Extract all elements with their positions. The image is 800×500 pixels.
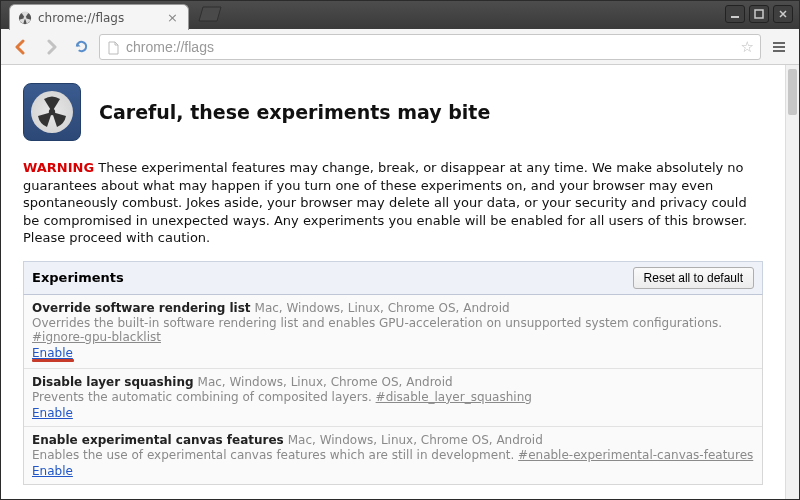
tab-close-icon[interactable]: × xyxy=(167,10,178,25)
nav-back-button[interactable] xyxy=(9,35,33,59)
window-maximize-button[interactable] xyxy=(749,5,769,23)
hamburger-menu-icon[interactable] xyxy=(767,35,791,59)
window-close-button[interactable] xyxy=(773,5,793,23)
experiment-title: Override software rendering list xyxy=(32,301,251,315)
svg-rect-5 xyxy=(773,46,785,48)
experiment-description: Overrides the built-in software renderin… xyxy=(32,316,754,344)
page-content-area: Careful, these experiments may bite WARN… xyxy=(1,65,799,499)
experiment-platforms: Mac, Windows, Linux, Chrome OS, Android xyxy=(288,433,543,447)
bookmark-star-icon[interactable]: ☆ xyxy=(741,38,754,56)
browser-toolbar: ☆ xyxy=(1,29,799,65)
window-minimize-button[interactable] xyxy=(725,5,745,23)
experiment-enable-link[interactable]: Enable xyxy=(32,464,73,478)
tab-title: chrome://flags xyxy=(38,11,161,25)
warning-paragraph: WARNING These experimental features may … xyxy=(23,159,763,247)
experiment-enable-link[interactable]: Enable xyxy=(32,346,73,360)
svg-rect-3 xyxy=(755,10,763,18)
experiment-item: Enable experimental canvas featuresMac, … xyxy=(24,427,762,484)
warning-label: WARNING xyxy=(23,160,94,175)
new-tab-button[interactable] xyxy=(195,3,223,27)
svg-rect-6 xyxy=(773,50,785,52)
svg-rect-4 xyxy=(773,42,785,44)
window-controls xyxy=(725,5,793,23)
reset-all-button[interactable]: Reset all to default xyxy=(633,267,754,289)
experiment-hash-link[interactable]: #enable-experimental-canvas-features xyxy=(518,448,753,462)
experiments-heading: Experiments xyxy=(32,270,633,285)
experiment-description: Enables the use of experimental canvas f… xyxy=(32,448,754,462)
address-bar[interactable]: ☆ xyxy=(99,34,761,60)
warning-badge xyxy=(23,83,81,141)
warning-text: These experimental features may change, … xyxy=(23,160,747,245)
radiation-icon xyxy=(35,95,69,129)
page-title: Careful, these experiments may bite xyxy=(99,101,490,123)
url-input[interactable] xyxy=(126,39,735,55)
experiment-platforms: Mac, Windows, Linux, Chrome OS, Android xyxy=(198,375,453,389)
experiment-enable-link[interactable]: Enable xyxy=(32,406,73,420)
experiments-list: Override software rendering listMac, Win… xyxy=(23,295,763,485)
page-icon xyxy=(106,40,120,54)
scrollbar-thumb[interactable] xyxy=(788,69,797,115)
experiment-item: Override software rendering listMac, Win… xyxy=(24,295,762,369)
page-header: Careful, these experiments may bite xyxy=(23,83,763,141)
experiment-platforms: Mac, Windows, Linux, Chrome OS, Android xyxy=(255,301,510,315)
browser-tab[interactable]: chrome://flags × xyxy=(9,4,189,30)
experiment-title: Enable experimental canvas features xyxy=(32,433,284,447)
experiment-hash-link[interactable]: #disable_layer_squashing xyxy=(376,390,532,404)
window-titlebar: chrome://flags × xyxy=(1,1,799,29)
experiment-hash-link[interactable]: #ignore-gpu-blacklist xyxy=(32,330,161,344)
nav-forward-button[interactable] xyxy=(39,35,63,59)
experiment-item: Disable layer squashingMac, Windows, Lin… xyxy=(24,369,762,427)
browser-window: chrome://flags × ☆ xyxy=(0,0,800,500)
page-scroll: Careful, these experiments may bite WARN… xyxy=(1,65,785,499)
scrollbar[interactable] xyxy=(785,65,799,499)
experiment-description: Prevents the automatic combining of comp… xyxy=(32,390,754,404)
svg-rect-2 xyxy=(731,16,739,18)
experiment-title: Disable layer squashing xyxy=(32,375,194,389)
nav-reload-button[interactable] xyxy=(69,35,93,59)
radiation-icon xyxy=(18,11,32,25)
experiments-header: Experiments Reset all to default xyxy=(23,261,763,295)
